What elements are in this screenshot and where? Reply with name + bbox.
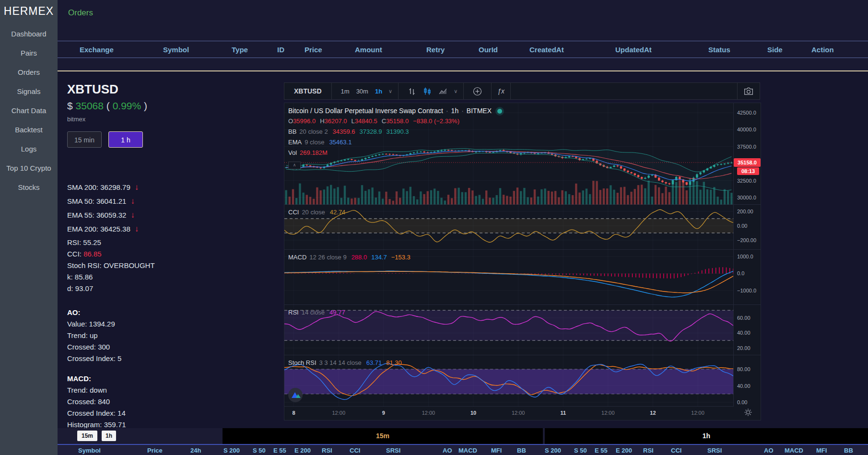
axis-tick: 30000.0	[737, 195, 756, 200]
axis-separator	[734, 204, 761, 205]
chevron-down-icon[interactable]: ∨	[454, 88, 457, 94]
orders-col-type: Type	[232, 46, 248, 54]
tradingview-logo[interactable]	[288, 388, 303, 402]
ohlc-label: L	[352, 117, 355, 125]
legend-collapse-button[interactable]: ∧	[288, 162, 301, 169]
timeframe-buttons: 15 min1 h	[67, 131, 150, 148]
time-label: 9	[382, 410, 385, 416]
timeframe-button-1-h[interactable]: 1 h	[108, 131, 143, 148]
sidebar-nav: DashboardPairsOrdersSignalsChart DataBac…	[0, 24, 58, 197]
interval-button-1m[interactable]: 1m	[341, 88, 350, 95]
ohlc-label: C	[382, 117, 386, 125]
axis-tick: 0.00	[737, 223, 747, 229]
bottom-tf-button-1h[interactable]: 1h	[102, 431, 116, 441]
indicator-label: k:	[67, 273, 75, 281]
bars-style-icon[interactable]	[408, 87, 416, 95]
ohlc-change: −838.0 (−2.33%)	[413, 117, 459, 125]
axis-tick: 0.0	[737, 270, 744, 276]
down-arrow-icon: ↓	[135, 183, 139, 192]
legend-value: 31390.3	[387, 128, 409, 135]
bottom-tf-button-15m[interactable]: 15m	[77, 431, 97, 441]
ohlc-value: 34840.5	[355, 117, 377, 125]
chart-interval-label: 1h	[451, 107, 459, 115]
indicator-sma-200: SMA 200: 36298.79↓	[67, 183, 269, 197]
bottom-col-24h: 24h	[190, 447, 201, 454]
ohlc-value: 35996.0	[293, 117, 316, 125]
toolbar-symbol-button[interactable]: XBTUSD	[284, 83, 332, 99]
timeframe-button-15-min[interactable]: 15 min	[67, 131, 102, 148]
instrument-change: 0.99%	[113, 100, 141, 111]
sidebar-item-pairs[interactable]: Pairs	[0, 44, 58, 63]
pane-legend-macd: MACD12 26 close 9288.0134.7−153.3	[288, 252, 415, 263]
indicator-sma-50: SMA 50: 36041.21↓	[67, 197, 269, 210]
bottom-metric-e-55-1h: E 55	[595, 447, 608, 454]
ohlc-value: 35158.0	[386, 117, 409, 125]
sidebar-item-logs[interactable]: Logs	[0, 140, 58, 159]
axis-separator	[734, 249, 761, 250]
ohlc-label: H	[320, 117, 324, 125]
bottom-metric-s-50-1h: S 50	[574, 447, 587, 454]
area-style-icon[interactable]	[438, 87, 447, 95]
orders-col-updatedat: UpdatedAt	[615, 46, 652, 54]
time-label: 11	[560, 410, 566, 416]
axis-tick: 42500.0	[737, 110, 756, 116]
chevron-down-icon[interactable]: ∨	[388, 88, 392, 94]
gear-icon[interactable]	[744, 408, 752, 419]
countdown-label: 08:13	[737, 167, 759, 175]
interval-button-30m[interactable]: 30m	[356, 88, 368, 95]
camera-snapshot-button[interactable]	[737, 83, 760, 99]
legend-value: 134.7	[371, 254, 387, 261]
instrument-price-row: $ 35068 ( 0.99% )	[67, 100, 147, 112]
bottom-metric-e-200-1h: E 200	[616, 447, 632, 454]
currency-sign: $	[67, 100, 73, 111]
bottom-metric-cci-15m: CCI	[350, 447, 360, 454]
interval-button-1h[interactable]: 1h	[375, 88, 382, 95]
sidebar-item-signals[interactable]: Signals	[0, 82, 58, 101]
orders-col-exchange: Exchange	[80, 46, 114, 54]
indicator-label: RSI:	[67, 238, 83, 246]
bottom-section-label: 15m	[223, 428, 543, 444]
time-label: 12	[650, 410, 656, 416]
legend-name: BB	[288, 128, 296, 135]
toolbar-compare-segment	[464, 83, 492, 99]
chart-toolbar: XBTUSD 1m30m1h∨	[284, 82, 760, 100]
orders-col-status: Status	[708, 46, 730, 54]
sidebar-item-backtest[interactable]: Backtest	[0, 120, 58, 140]
indicator-cci: CCI: 86.85	[67, 250, 269, 261]
axis-separator	[734, 355, 761, 355]
sidebar-item-orders[interactable]: Orders	[0, 63, 58, 82]
candles-style-icon[interactable]	[423, 87, 432, 95]
sidebar-item-dashboard[interactable]: Dashboard	[0, 24, 58, 44]
indicator-value: 85.86	[75, 273, 93, 281]
axis-tick: 40.00	[737, 383, 751, 389]
axis-tick: 40000.0	[737, 127, 756, 132]
indicator-value: 55.25	[83, 238, 101, 246]
legend-params: 20 close	[302, 209, 325, 216]
indicator-ema-200: EMA 200: 36425.38↓	[67, 224, 269, 238]
bottom-metric-e-200-15m: E 200	[294, 447, 311, 454]
legend-srsi: Stoch RSI3 3 14 14 close63.7181.30	[288, 358, 406, 368]
axis-tick: 20.00	[737, 345, 751, 351]
ao-block-heading: AO:	[67, 308, 269, 320]
bottom-metric-ao-15m: AO	[443, 447, 452, 454]
fx-indicators-icon[interactable]: ƒx	[497, 87, 504, 95]
bottom-metric-rsi-1h: RSI	[643, 447, 654, 454]
bottom-metric-srsi-15m: SRSI	[386, 447, 400, 454]
sidebar-item-top-10-crypto[interactable]: Top 10 Crypto	[0, 159, 58, 178]
chart-legend: Bitcoin / US Dollar Perpetual Inverse Sw…	[288, 105, 502, 158]
bottom-metric-bb-15m: BB	[517, 447, 526, 454]
time-axis: 812:00912:001012:001112:001212:00	[284, 407, 761, 420]
legend-params: 3 3 14 14 close	[319, 359, 362, 366]
indicator-ema-55: EMA 55: 36059.32↓	[67, 210, 269, 224]
toolbar-chart-styles: ∨	[399, 83, 464, 99]
sidebar-item-stocks[interactable]: Stocks	[0, 178, 58, 197]
chart-pane-macd: MACD12 26 close 9288.0134.7−153.3	[284, 250, 733, 305]
compare-plus-icon[interactable]	[473, 87, 482, 96]
indicator-label: SMA 50:	[67, 197, 96, 205]
sidebar-item-chart-data[interactable]: Chart Data	[0, 101, 58, 120]
orders-col-side: Side	[767, 46, 783, 54]
legend-value: 81.30	[386, 359, 402, 366]
pane-legend-rsi: RSI14 close49.77	[288, 307, 350, 318]
orders-col-ourid: OurId	[479, 46, 498, 54]
bottom-metric-cci-1h: CCI	[671, 447, 681, 454]
